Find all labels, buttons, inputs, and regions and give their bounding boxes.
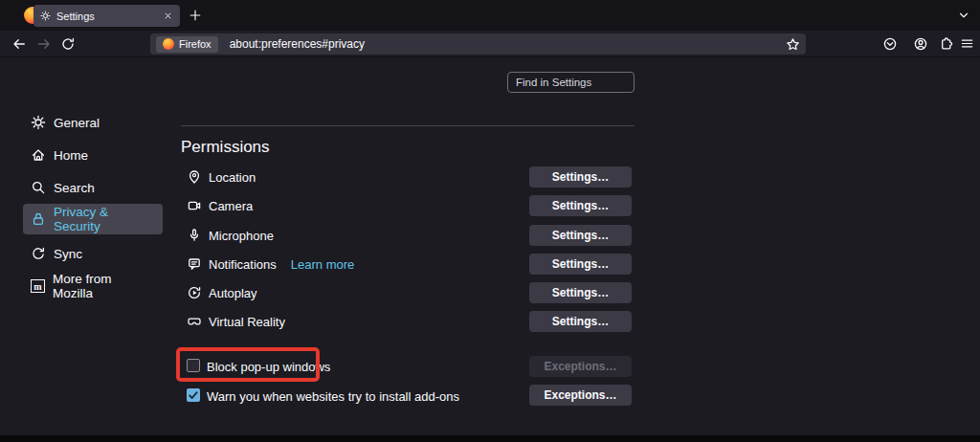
bottom-edge — [0, 435, 980, 442]
site-identity-label: Firefox — [179, 38, 212, 50]
permission-label: Autoplay — [209, 286, 257, 300]
firefox-window: Settings Firefox — [0, 0, 980, 442]
list-all-tabs-chevron-icon[interactable] — [957, 9, 970, 22]
microphone-icon — [187, 228, 202, 243]
menu-hamburger-icon[interactable] — [960, 36, 975, 52]
notification-icon — [187, 256, 202, 272]
microphone-settings-button[interactable]: Settings… — [529, 225, 632, 246]
sidebar-item-privacy-security[interactable]: Privacy & Security — [23, 204, 163, 234]
sidebar-item-more-from-mozilla[interactable]: m More from Mozilla — [23, 271, 163, 301]
sidebar-item-label: General — [54, 116, 100, 130]
forward-icon — [36, 36, 52, 52]
virtual-reality-settings-button[interactable]: Settings… — [529, 311, 632, 332]
tab-settings[interactable]: Settings — [33, 5, 180, 27]
url-text: about:preferences#privacy — [230, 37, 786, 51]
block-popups-checkbox[interactable] — [187, 359, 200, 372]
popup-exceptions-button: Exceptions… — [529, 356, 632, 377]
search-icon — [31, 180, 46, 195]
sidebar-item-label: More from Mozilla — [53, 272, 155, 300]
firefox-logo-icon — [163, 38, 174, 50]
reload-icon[interactable] — [60, 36, 76, 52]
search-input[interactable] — [507, 72, 635, 93]
sidebar-item-label: Sync — [54, 247, 82, 261]
nav-toolbar: Firefox about:preferences#privacy — [0, 31, 980, 57]
site-identity-chip[interactable]: Firefox — [156, 36, 218, 53]
lock-icon — [31, 211, 46, 227]
tab-title: Settings — [56, 11, 163, 22]
home-icon — [31, 147, 46, 163]
page-title: Permissions — [181, 138, 270, 157]
warn-addons-checkbox[interactable] — [187, 388, 200, 402]
sidebar-item-label: Home — [54, 148, 88, 163]
permission-label: Camera — [209, 199, 253, 213]
sidebar-item-label: Privacy & Security — [54, 205, 155, 233]
gear-icon — [31, 115, 46, 130]
pocket-icon[interactable] — [882, 36, 898, 52]
permission-label: Microphone — [209, 229, 274, 243]
account-icon[interactable] — [913, 36, 928, 52]
tab-strip: Settings — [0, 0, 980, 31]
camera-icon — [187, 198, 202, 213]
notifications-settings-button[interactable]: Settings… — [529, 254, 632, 275]
vr-headset-icon — [187, 314, 202, 329]
mozilla-icon: m — [31, 279, 45, 293]
location-pin-icon — [187, 169, 202, 185]
permission-label: Virtual Reality — [209, 315, 285, 329]
sidebar-item-sync[interactable]: Sync — [23, 238, 163, 269]
addons-exceptions-button[interactable]: Exceptions… — [529, 385, 632, 406]
back-icon[interactable] — [11, 36, 27, 52]
sidebar-item-label: Search — [54, 181, 95, 195]
sidebar-item-home[interactable]: Home — [23, 140, 163, 170]
new-tab-icon[interactable] — [189, 9, 202, 22]
extensions-puzzle-icon[interactable] — [938, 36, 953, 52]
url-bar[interactable]: Firefox about:preferences#privacy — [150, 33, 806, 55]
sidebar-item-search[interactable]: Search — [23, 172, 163, 203]
section-divider — [181, 125, 635, 126]
permission-label: Notifications — [209, 257, 277, 272]
permission-label: Location — [209, 170, 256, 185]
close-tab-icon[interactable] — [163, 11, 173, 21]
camera-settings-button[interactable]: Settings… — [529, 195, 632, 216]
bookmark-star-icon[interactable] — [786, 37, 800, 52]
sidebar-item-general[interactable]: General — [23, 107, 163, 138]
sync-icon — [31, 246, 46, 261]
autoplay-settings-button[interactable]: Settings… — [529, 282, 632, 303]
location-settings-button[interactable]: Settings… — [529, 166, 632, 188]
gear-icon — [40, 11, 51, 21]
warn-addons-label: Warn you when websites try to install ad… — [207, 389, 459, 404]
block-popups-label: Block pop-up windows — [207, 360, 330, 374]
autoplay-icon — [187, 285, 202, 300]
learn-more-link[interactable]: Learn more — [291, 257, 354, 272]
